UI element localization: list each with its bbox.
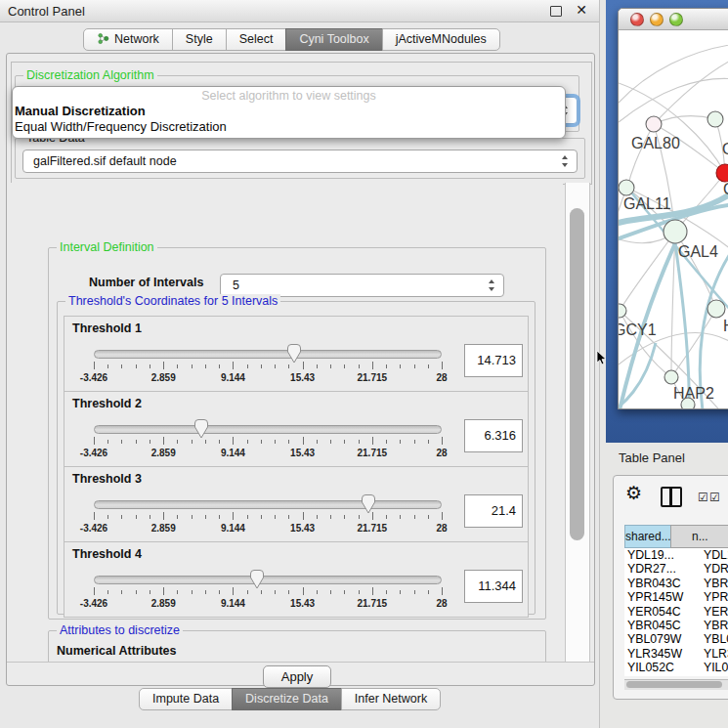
network-window[interactable]: GAL80GACGAL11GAL4GCY1HHAP2 (618, 8, 728, 409)
network-node-hap2[interactable] (664, 370, 678, 384)
slider-tick-label: 2.859 (151, 372, 176, 383)
attributes-group: Attributes to discretize Numerical Attri… (48, 630, 546, 662)
threshold-slider[interactable]: -3.4262.8599.14415.4321.71528 (94, 342, 442, 389)
threshold-panel-2: Threshold 2-3.4262.8599.14415.4321.71528… (64, 391, 529, 467)
panel-vertical-scrollbar[interactable] (565, 183, 590, 662)
slider-tick-label: 15.43 (290, 523, 315, 534)
number-of-intervals-value: 5 (233, 278, 239, 292)
slider-track[interactable] (94, 500, 442, 509)
tab-network[interactable]: Network (83, 28, 173, 51)
threshold-value-box[interactable]: 21.4 (464, 494, 523, 528)
threshold-slider[interactable]: -3.4262.8599.14415.4321.71528 (94, 417, 442, 464)
table-data-combo-value: galFiltered.sif default node (33, 154, 177, 168)
column-layout-icon[interactable] (661, 487, 682, 507)
tab-label: Cyni Toolbox (299, 32, 368, 46)
slider-tick-label: 28 (436, 598, 447, 609)
table-row[interactable]: YPR145WYPR1... (624, 590, 728, 604)
slider-scale-labels: -3.4262.8599.14415.4321.71528 (94, 448, 442, 460)
threshold-value-box[interactable]: 14.713 (464, 344, 523, 377)
cell-name: YBL0... (696, 632, 728, 646)
network-view-frame[interactable]: GAL80GACGAL11GAL4GCY1HHAP2 (606, 0, 728, 443)
float-panel-icon[interactable] (550, 6, 562, 17)
apply-button[interactable]: Apply (263, 665, 331, 688)
network-canvas[interactable]: GAL80GACGAL11GAL4GCY1HHAP2 (619, 30, 728, 408)
node-table[interactable]: shared...n... YDL19...YDL1...YDR27...YDR… (624, 525, 728, 676)
tab-select[interactable]: Select (226, 28, 287, 51)
tab-cyni-toolbox[interactable]: Cyni Toolbox (285, 28, 382, 51)
threshold-slider[interactable]: -3.4262.8599.14415.4321.71528 (94, 568, 442, 615)
slider-ticks (94, 512, 442, 522)
control-panel-body: Discretization Algorithm Table Data galF… (6, 53, 595, 686)
tab-style[interactable]: Style (172, 28, 227, 51)
network-node-gal4[interactable] (664, 220, 687, 243)
network-node-ga[interactable] (707, 111, 723, 127)
network-node-h[interactable] (707, 300, 725, 318)
slider-tick-label: 28 (436, 523, 447, 534)
network-window-titlebar[interactable] (619, 9, 728, 30)
table-panel-header: Table Panel (606, 443, 728, 472)
table-row[interactable]: YBL079WYBL0... (624, 632, 728, 646)
zoom-window-icon[interactable] (669, 13, 683, 26)
tab-label: Style (186, 32, 213, 46)
table-header-row[interactable]: shared...n... (624, 525, 728, 548)
tab-impute-data[interactable]: Impute Data (139, 688, 233, 710)
table-horizontal-scrollbar[interactable] (624, 679, 728, 690)
control-panel-titlebar: Control Panel ✕ (0, 0, 599, 22)
table-row[interactable]: YBR043CYBR0... (624, 577, 728, 590)
network-node-c[interactable] (716, 164, 728, 182)
tab-jactivemnodules[interactable]: jActiveMNodules (382, 28, 500, 51)
cell-name: YBR0... (696, 577, 728, 590)
network-node-gal80[interactable] (646, 116, 662, 132)
network-node-gal11[interactable] (619, 180, 634, 195)
interval-definition-title: Interval Definition (57, 240, 157, 254)
threshold-panel-3: Threshold 3-3.4262.8599.14415.4321.71528… (64, 466, 529, 542)
slider-ticks (94, 362, 442, 371)
checkbox-icon[interactable]: ☑ (698, 491, 708, 504)
close-window-icon[interactable] (630, 13, 644, 26)
column-header-shared-name[interactable]: shared... (624, 525, 671, 548)
slider-scale-labels: -3.4262.8599.14415.4321.71528 (94, 598, 442, 611)
tab-infer-network[interactable]: Infer Network (341, 688, 441, 710)
slider-tick-label: 21.715 (358, 448, 388, 458)
thresholds-group-title: Threshold's Coordinates for 5 Intervals (65, 294, 280, 308)
minimize-window-icon[interactable] (650, 13, 664, 26)
table-row[interactable]: YIL052CYIL0... (624, 661, 728, 674)
table-scrollbar-thumb[interactable] (626, 681, 722, 688)
control-panel-title: Control Panel (8, 4, 85, 19)
threshold-slider[interactable]: -3.4262.8599.14415.4321.71528 (94, 492, 442, 539)
cell-shared-name: YIL052C (624, 661, 696, 674)
table-row[interactable]: YER054CYER0... (624, 605, 728, 619)
threshold-value-box[interactable]: 6.316 (464, 419, 523, 452)
algorithm-option-equal-width[interactable]: Equal Width/Frequency Discretization (13, 119, 565, 135)
slider-track[interactable] (94, 576, 442, 584)
tab-label: Discretize Data (245, 692, 328, 706)
column-header-name[interactable]: n... (670, 525, 728, 548)
slider-tick-label: 9.144 (221, 448, 245, 458)
table-row[interactable]: YBR045CYBR0... (624, 619, 728, 632)
table-data-combo[interactable]: galFiltered.sif default node (22, 150, 578, 173)
close-panel-icon[interactable]: ✕ (576, 2, 587, 18)
checkbox-icon[interactable]: ☑ (709, 491, 720, 504)
interval-definition-group: Interval Definition Number of Intervals … (48, 247, 546, 620)
table-row[interactable]: YLR345WYLR3... (624, 647, 728, 661)
slider-track[interactable] (94, 350, 442, 359)
panel-scrollbar-thumb[interactable] (570, 208, 584, 540)
slider-tick-label: -3.426 (80, 523, 107, 534)
threshold-value-box[interactable]: 11.344 (464, 570, 523, 603)
tab-label: jActiveMNodules (396, 32, 487, 46)
threshold-panel-1: Threshold 1-3.4262.8599.14415.4321.71528… (64, 316, 529, 392)
slider-tick-label: 28 (436, 372, 447, 383)
table-row[interactable]: YDR27...YDR2... (624, 562, 728, 576)
numerical-attributes-label: Numerical Attributes (57, 644, 176, 658)
mouse-cursor (596, 350, 608, 365)
network-node[interactable] (681, 398, 695, 408)
algorithm-option-manual[interactable]: Manual Discretization (13, 104, 565, 119)
table-row[interactable]: YDL19...YDL1... (624, 548, 728, 562)
tab-discretize-data[interactable]: Discretize Data (232, 688, 342, 710)
network-node-label: C (723, 181, 728, 197)
slider-track[interactable] (94, 425, 442, 434)
slider-tick-label: 2.859 (151, 598, 176, 609)
app-root: Control Panel ✕ NetworkStyleSelectCyni T… (0, 0, 728, 728)
network-icon (97, 32, 109, 45)
table-settings-gear-icon[interactable]: ⚙ (625, 482, 642, 504)
